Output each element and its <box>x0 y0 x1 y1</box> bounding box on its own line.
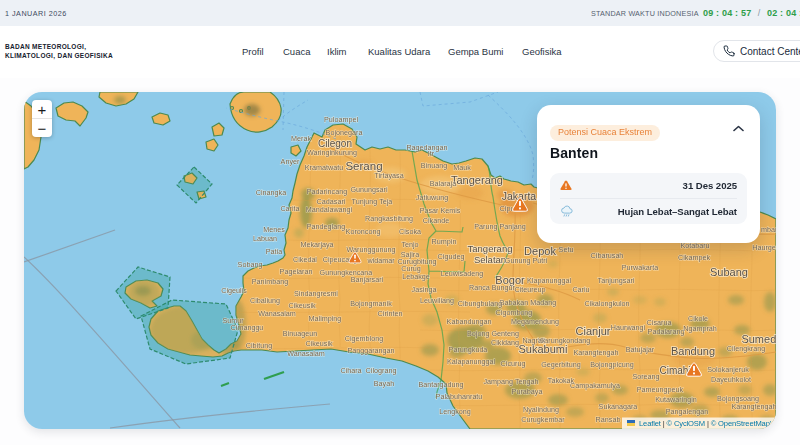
svg-text:Binuageun: Binuageun <box>283 329 317 338</box>
svg-text:Bantargadung: Bantargadung <box>418 380 463 389</box>
svg-text:Campakamulya: Campakamulya <box>570 381 620 390</box>
svg-text:Dayeuhkolot: Dayeuhkolot <box>711 375 751 384</box>
svg-text:Cisoka: Cisoka <box>399 227 421 236</box>
svg-text:Kabandungan: Kabandungan <box>447 317 492 326</box>
svg-text:Rangkasbitung: Rangkasbitung <box>365 214 413 223</box>
svg-text:Waringinkurung: Waringinkurung <box>307 148 357 157</box>
svg-text:Cilograng: Cilograng <box>366 366 397 375</box>
svg-text:Merak: Merak <box>291 134 311 143</box>
svg-text:Curugbitung: Curugbitung <box>397 257 436 266</box>
svg-text:Palabuhanratu: Palabuhanratu <box>436 392 483 401</box>
svg-text:Rumpin: Rumpin <box>432 237 457 246</box>
svg-text:Bojong Genteng: Bojong Genteng <box>467 329 519 338</box>
svg-text:Panimbang: Panimbang <box>252 277 288 286</box>
svg-text:Nagrak: Nagrak <box>522 336 546 345</box>
svg-text:Cibitung: Cibitung <box>246 341 272 350</box>
svg-text:Puloampel: Puloampel <box>324 115 358 124</box>
svg-text:Parung Panjang: Parung Panjang <box>474 222 526 231</box>
svg-text:Cikalongkulon: Cikalongkulon <box>584 299 629 308</box>
svg-text:Jatiuwung: Jatiuwung <box>416 193 448 202</box>
svg-text:Cigemblong: Cigemblong <box>345 334 383 343</box>
svg-text:Itr: Itr <box>428 149 435 158</box>
svg-text:Cikampek: Cikampek <box>678 253 710 262</box>
svg-text:Purabaya: Purabaya <box>512 387 543 396</box>
svg-text:Warungkondang: Warungkondang <box>538 336 590 345</box>
svg-text:Panggarangan: Panggarangan <box>347 346 394 355</box>
svg-text:Koroncong: Koroncong <box>346 227 381 236</box>
svg-text:Anyer: Anyer <box>281 157 300 166</box>
svg-text:Gegerbitung: Gegerbitung <box>541 360 581 369</box>
svg-text:Sindangresmi: Sindangresmi <box>294 289 338 298</box>
svg-text:Kalapanunggal: Kalapanunggal <box>447 357 495 366</box>
svg-text:Ngamprah: Ngamprah <box>683 324 717 333</box>
svg-text:Selatan: Selatan <box>474 254 506 265</box>
svg-text:Pagelaran: Pagelaran <box>280 267 313 276</box>
svg-text:Wanasalam: Wanasalam <box>287 349 325 358</box>
svg-text:Soreang: Soreang <box>632 372 659 381</box>
svg-text:Haurgeu: Haurgeu <box>752 243 776 252</box>
svg-text:Parungkuda: Parungkuda <box>449 345 488 354</box>
svg-text:Sukanagara: Sukanagara <box>599 402 638 411</box>
svg-text:Solokanjeruk: Solokanjeruk <box>707 365 749 374</box>
svg-text:Binuang: Binuang <box>421 161 447 170</box>
svg-text:Leuwiliang: Leuwiliang <box>420 296 454 305</box>
svg-text:Cikeusik: Cikeusik <box>305 339 333 348</box>
svg-text:Mekarjaya: Mekarjaya <box>300 240 333 249</box>
svg-text:Cikande: Cikande <box>423 216 449 225</box>
svg-text:Purwakarta: Purwakarta <box>622 263 658 272</box>
svg-text:Leaflet | © CyclOSM | © OpenSt: Leaflet | © CyclOSM | © OpenStreetMap’ <box>639 419 772 428</box>
svg-text:Babakan Madang: Babakan Madang <box>500 298 556 307</box>
svg-text:Patia: Patia <box>266 247 282 256</box>
svg-text:Nyalindung: Nyalindung <box>523 405 559 414</box>
svg-text:Padarincang: Padarincang <box>307 187 347 196</box>
svg-text:Kramatwatu: Kramatwatu <box>305 163 343 172</box>
svg-text:Citeureup: Citeureup <box>514 285 545 294</box>
svg-text:Banjarsari: Banjarsari <box>351 275 384 284</box>
svg-text:Cicurug: Cicurug <box>501 359 526 368</box>
svg-text:Tanjungsari: Tanjungsari <box>598 276 635 285</box>
svg-text:Balaraja: Balaraja <box>430 179 456 188</box>
svg-text:Megamendung: Megamendung <box>511 317 559 326</box>
svg-text:Carita: Carita <box>280 204 299 213</box>
svg-text:Cibaliung: Cibaliung <box>250 296 280 305</box>
svg-text:Bayah: Bayah <box>374 379 394 388</box>
svg-text:Cigudeg: Cigudeg <box>438 252 465 261</box>
svg-text:Tunjung Teja: Tunjung Teja <box>352 197 393 206</box>
svg-text:Gunung Putri: Gunung Putri <box>505 256 548 265</box>
svg-text:Cikedal: Cikedal <box>293 255 317 264</box>
svg-text:Gunungsari: Gunungsari <box>350 185 388 194</box>
svg-text:Haurwangi: Haurwangi <box>611 323 646 332</box>
svg-text:Setu: Setu <box>559 245 574 254</box>
svg-text:Tangerang: Tangerang <box>468 243 513 254</box>
svg-text:Cilengkrang: Cilengkrang <box>727 344 765 353</box>
svg-text:mban: mban <box>761 225 776 234</box>
svg-text:Cibarusah: Cibarusah <box>591 251 624 260</box>
svg-text:Pasar Kemis: Pasar Kemis <box>420 206 461 215</box>
svg-text:Jasinga: Jasinga <box>412 285 437 294</box>
svg-text:Tangerang: Tangerang <box>451 174 503 186</box>
svg-text:Wanasalam: Wanasalam <box>258 309 296 318</box>
svg-text:Cikidang: Cikidang <box>491 338 519 347</box>
svg-text:Ransab: Ransab <box>596 415 621 424</box>
svg-text:Lengkong: Lengkong <box>439 407 471 416</box>
svg-text:Cigombong: Cigombong <box>496 308 533 317</box>
svg-text:Pangalengan: Pangalengan <box>666 407 708 416</box>
svg-text:Malimping: Malimping <box>309 314 342 323</box>
svg-text:Bojongmanik: Bojongmanik <box>350 299 392 308</box>
svg-text:Cinangka: Cinangka <box>256 188 286 197</box>
svg-text:Subang: Subang <box>710 266 748 278</box>
svg-text:Cigeulis: Cigeulis <box>221 286 247 295</box>
svg-text:Pandeglang: Pandeglang <box>307 222 345 231</box>
svg-text:Padalarang: Padalarang <box>648 327 685 336</box>
svg-text:Cihara: Cihara <box>340 366 361 375</box>
svg-text:Mandalawangi: Mandalawangi <box>306 205 353 214</box>
svg-text:Pameungpeuk: Pameungpeuk <box>637 385 684 394</box>
svg-text:Jampang Tengah: Jampang Tengah <box>483 377 538 386</box>
svg-text:Bojonegara: Bojonegara <box>326 128 363 137</box>
svg-text:Menes: Menes <box>263 225 285 234</box>
svg-text:Bojongpicung: Bojongpicung <box>590 360 634 369</box>
svg-text:Cisarua: Cisarua <box>647 318 672 327</box>
svg-text:Mauk: Mauk <box>453 163 471 172</box>
svg-text:Bandung: Bandung <box>671 345 715 357</box>
svg-text:Curugkembar: Curugkembar <box>521 415 565 424</box>
